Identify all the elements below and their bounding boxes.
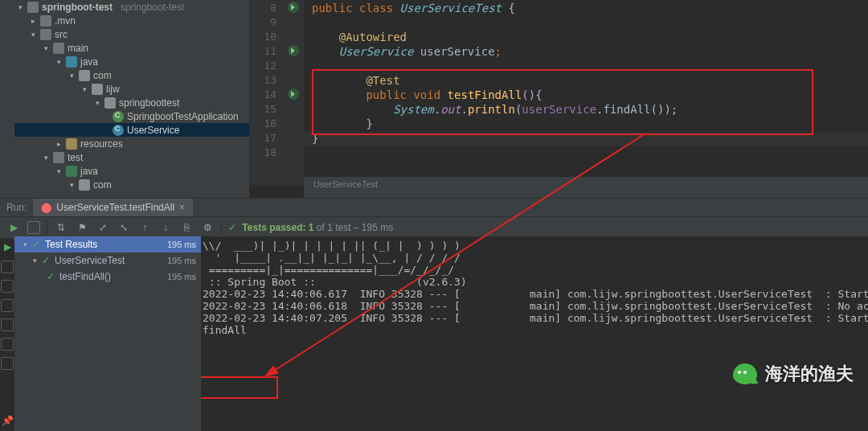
line-number: 12 [259, 60, 276, 72]
side-button[interactable] [1, 318, 14, 331]
stop-button[interactable] [27, 221, 40, 234]
chevron-down-icon[interactable]: ▾ [80, 85, 88, 93]
code-line[interactable]: System.out.println(userService.findAll()… [312, 103, 678, 116]
side-button[interactable] [1, 299, 14, 312]
spring-gutter-icon[interactable] [288, 45, 299, 56]
run-gutter-icon[interactable] [288, 88, 299, 100]
pin-icon[interactable]: 📌 [0, 413, 14, 428]
tree-label: SpringbootTestApplication [127, 111, 239, 122]
run-gutter-icon[interactable] [288, 2, 299, 13]
code-line[interactable]: @Test [312, 74, 400, 87]
code-editor[interactable]: 8 9 10 11 12 13 14 15 16 17 18 public cl… [249, 0, 868, 198]
line-number: 18 [259, 146, 276, 158]
pass-icon [42, 255, 51, 266]
settings-button[interactable]: ⚙ [200, 220, 215, 235]
chevron-down-icon[interactable]: ▾ [68, 72, 76, 80]
code-line[interactable]: public void testFindAll(){ [312, 88, 542, 101]
next-button[interactable]: ↓ [158, 220, 173, 235]
tree-node-test[interactable]: ▾ test [14, 150, 249, 164]
test-tree-class[interactable]: ▾ UserServiceTest 195 ms [14, 252, 201, 269]
tree-node-app-class[interactable]: SpringbootTestApplication [14, 109, 249, 123]
tree-node-java[interactable]: ▾ java [14, 55, 249, 68]
line-number: 9 [259, 16, 276, 28]
chevron-right-icon[interactable]: ▸ [55, 140, 63, 148]
folder-icon [40, 15, 51, 27]
chevron-down-icon[interactable]: ▾ [93, 99, 101, 107]
line-number: 16 [259, 117, 276, 129]
tree-node-lijw[interactable]: ▾ lijw [14, 82, 249, 96]
code-line[interactable]: } [312, 132, 318, 145]
side-button[interactable] [1, 357, 14, 370]
source-folder-icon [66, 56, 77, 68]
chevron-down-icon[interactable]: ▾ [55, 167, 63, 175]
code-line[interactable]: public class UserServiceTest { [312, 2, 515, 14]
close-icon[interactable]: × [179, 202, 185, 213]
tree-node-java2[interactable]: ▾ java [14, 164, 249, 178]
side-button[interactable] [1, 261, 14, 273]
chevron-down-icon[interactable]: ▾ [31, 257, 39, 265]
module-icon [27, 2, 39, 13]
tree-node-project[interactable]: ▾ springboot-test springboot-test [14, 0, 249, 14]
toggle-tests-button[interactable]: ⇅ [54, 220, 68, 235]
tree-label: resources [80, 138, 123, 150]
tree-label: java [80, 166, 98, 177]
editor-gutter[interactable]: 8 9 10 11 12 13 14 15 16 17 18 [249, 0, 304, 185]
chevron-down-icon[interactable]: ▾ [16, 3, 24, 11]
chevron-right-icon[interactable]: ▸ [29, 17, 37, 25]
expand-button[interactable]: ⤢ [96, 220, 110, 235]
package-icon [92, 84, 103, 95]
tree-node-mvn[interactable]: ▸ .mvn [14, 14, 249, 27]
pass-icon [32, 239, 42, 250]
tree-label: test [68, 152, 83, 163]
tree-node-com2[interactable]: ▾ com [14, 178, 249, 191]
tree-label-dim: springboot-test [121, 2, 184, 13]
editor-breadcrumb[interactable]: UserServiceTest [304, 177, 868, 198]
tree-label: UserService [127, 125, 179, 136]
console-line: \\/ ___)| |_)| | | | | || (_| | ) ) ) ) [203, 240, 461, 252]
pass-icon [47, 271, 56, 282]
code-line[interactable]: } [312, 117, 373, 130]
line-number: 17 [259, 132, 276, 144]
tree-node-springboottest[interactable]: ▾ springboottest [14, 96, 249, 109]
console-line: =========|_|==============|___/=/_/_/_/ [203, 264, 454, 276]
rerun-button[interactable]: ▶ [6, 220, 21, 235]
test-tree-label: Test Results [45, 239, 97, 250]
chevron-down-icon[interactable]: ▾ [42, 154, 50, 162]
project-tree[interactable]: ▾ springboot-test springboot-test ▸ .mvn… [14, 0, 249, 198]
junit-icon: ⬤ [41, 202, 51, 213]
run-side-toolbar: ▶ [0, 236, 14, 370]
chevron-down-icon[interactable]: ▾ [42, 44, 50, 52]
tree-node-userservice[interactable]: UserService [14, 123, 249, 137]
test-tree-method[interactable]: testFindAll() 195 ms [14, 269, 201, 285]
breadcrumb-item[interactable]: UserServiceTest [313, 179, 378, 189]
chevron-down-icon[interactable]: ▾ [55, 58, 63, 66]
run-config-tab[interactable]: ⬤ UserServiceTest.testFindAll × [33, 199, 193, 216]
divider [47, 220, 47, 235]
test-results-tree[interactable]: ▾ Test Results 195 ms ▾ UserServiceTest … [14, 236, 201, 431]
side-button[interactable] [1, 338, 14, 351]
chevron-down-icon[interactable]: ▾ [21, 240, 29, 248]
tree-node-resources[interactable]: ▸ resources [14, 137, 249, 150]
tree-node-main[interactable]: ▾ main [14, 41, 249, 55]
console-output[interactable]: \\/ ___)| |_)| | | | | || (_| | ) ) ) ) … [201, 236, 868, 431]
side-button[interactable] [1, 280, 14, 293]
test-source-folder-icon [66, 166, 77, 177]
chevron-down-icon[interactable]: ▾ [68, 181, 76, 189]
folder-icon [53, 152, 64, 163]
filter-button[interactable]: ⚑ [75, 220, 89, 235]
chevron-down-icon[interactable]: ▾ [29, 31, 37, 39]
run-toolbar: ▶ ⇅ ⚑ ⤢ ⤡ ↑ ↓ ⎘ ⚙ Tests passed: 1 of 1 t… [0, 217, 868, 239]
tree-node-src[interactable]: ▾ src [14, 27, 249, 41]
tree-node-com[interactable]: ▾ com [14, 68, 249, 82]
test-tree-root[interactable]: ▾ Test Results 195 ms [14, 236, 201, 252]
rerun-side-button[interactable]: ▶ [0, 240, 14, 254]
test-duration: 195 ms [167, 240, 196, 249]
line-number: 13 [259, 74, 276, 86]
collapse-button[interactable]: ⤡ [117, 220, 131, 235]
run-tool-window: Run: ⬤ UserServiceTest.testFindAll × ▶ ⇅… [0, 198, 868, 431]
prev-button[interactable]: ↑ [137, 220, 152, 235]
tree-label: src [55, 29, 68, 40]
export-button[interactable]: ⎘ [179, 220, 194, 235]
code-line[interactable]: UserService userService; [312, 45, 502, 58]
code-line[interactable]: @Autowired [312, 31, 407, 43]
